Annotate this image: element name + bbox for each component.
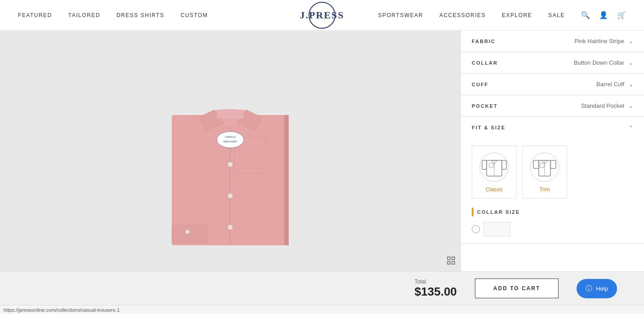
price-value: $135.00 [415,285,457,299]
configurator: FABRIC Pink Hairline Stripe ⌄ COLLAR But… [461,31,644,271]
price-section: Total $135.00 [415,279,457,299]
fit-option-trim[interactable]: Trim [522,146,567,199]
total-label: Total [415,279,457,285]
fabric-chevron: ⌄ [629,38,633,44]
fabric-label: FABRIC [472,39,496,44]
fit-size-body: Classic [461,138,644,243]
svg-text:NEW HAVEN: NEW HAVEN [224,140,237,143]
collar-value: Button Down Collar [574,59,624,66]
svg-point-12 [228,225,233,230]
shirt-svg: J.PRESS NEW HAVEN [145,43,316,250]
cuff-value: Barrel Cuff [596,81,624,88]
svg-point-15 [217,132,244,148]
nav-right: SPORTSWEAR ACCESSORIES EXPLORE SALE [378,12,565,18]
trim-label: Trim [539,186,550,193]
expand-icon[interactable] [447,257,455,266]
logo[interactable]: J.PRESS [309,2,335,29]
fit-size-label: FIT & SIZE [472,125,505,130]
collar-size-input[interactable] [483,222,510,236]
fit-size-chevron: ⌄ [629,124,633,131]
nav-dress-shirts[interactable]: DRESS SHIRTS [116,12,164,18]
collar-size-options [472,222,633,236]
svg-rect-4 [172,225,208,243]
nav-sale[interactable]: SALE [548,12,565,18]
collar-chevron: ⌄ [629,60,633,66]
nav-custom[interactable]: CUSTOM [180,12,208,18]
pocket-label: POCKET [472,103,498,109]
pocket-value: Standard Pocket [581,102,624,109]
trim-fit-icon [529,151,560,183]
svg-rect-21 [447,261,450,264]
svg-rect-18 [284,115,289,245]
svg-point-13 [185,230,190,234]
help-button[interactable]: ⓘ Help [577,279,617,298]
content-area: J.PRESS NEW HAVEN FABRIC [0,31,644,271]
fabric-row[interactable]: FABRIC Pink Hairline Stripe ⌄ [461,31,644,52]
bottom-bar: Total $135.00 ADD TO CART ⓘ Help [0,271,644,305]
classic-fit-icon [479,151,510,183]
collar-size-radio[interactable] [472,225,480,233]
fabric-value: Pink Hairline Stripe [574,38,624,44]
pocket-value-container: Standard Pocket ⌄ [581,102,633,109]
product-image-section: J.PRESS NEW HAVEN [0,31,461,271]
pocket-row[interactable]: POCKET Standard Pocket ⌄ [461,95,644,117]
svg-rect-19 [447,257,450,260]
pocket-chevron: ⌄ [629,103,633,109]
help-label: Help [596,285,608,292]
help-icon: ⓘ [586,284,592,293]
logo-text: J.PRESS [300,9,344,21]
status-bar: https://jpressonline.com/collections/cas… [0,305,644,314]
collar-row[interactable]: COLLAR Button Down Collar ⌄ [461,52,644,74]
svg-point-10 [228,162,233,167]
collar-label: COLLAR [472,60,498,66]
fit-size-header[interactable]: FIT & SIZE ⌄ [461,117,644,138]
nav-accessories[interactable]: ACCESSORIES [439,12,486,18]
collar-value-container: Button Down Collar ⌄ [574,59,633,66]
svg-rect-8 [217,110,244,119]
account-icon[interactable]: 👤 [599,11,608,19]
cuff-row[interactable]: CUFF Barrel Cuff ⌄ [461,74,644,95]
cuff-chevron: ⌄ [629,81,633,88]
search-icon[interactable]: 🔍 [581,11,590,19]
nav-sportswear[interactable]: SPORTSWEAR [378,12,423,18]
fit-option-classic[interactable]: Classic [472,146,517,199]
nav-explore[interactable]: EXPLORE [502,12,532,18]
nav-tailored[interactable]: TAILORED [68,12,100,18]
fabric-value-container: Pink Hairline Stripe ⌄ [574,38,633,44]
collar-size-header: COLLAR SIZE [472,208,633,217]
classic-label: Classic [486,186,503,193]
fit-options: Classic [472,146,633,199]
navbar: FEATURED TAILORED DRESS SHIRTS CUSTOM J.… [0,0,644,31]
cart-icon[interactable]: 🛒 [617,11,626,19]
collar-size-label: COLLAR SIZE [477,209,520,215]
nav-icons: 🔍 👤 🛒 [581,11,626,19]
svg-rect-22 [452,261,455,264]
status-url: https://jpressonline.com/collections/cas… [4,307,120,313]
cuff-value-container: Barrel Cuff ⌄ [596,81,633,88]
svg-text:J.PRESS: J.PRESS [224,135,236,139]
cuff-label: CUFF [472,82,488,87]
add-to-cart-button[interactable]: ADD TO CART [475,279,559,298]
nav-featured[interactable]: FEATURED [18,12,52,18]
fit-size-section: FIT & SIZE ⌄ [461,117,644,244]
svg-rect-20 [452,257,455,260]
shirt-image: J.PRESS NEW HAVEN [145,43,316,259]
collar-accent-bar [472,208,474,217]
collar-size-section: COLLAR SIZE [472,208,633,236]
nav-left: FEATURED TAILORED DRESS SHIRTS CUSTOM [18,12,208,18]
svg-point-11 [228,193,233,199]
